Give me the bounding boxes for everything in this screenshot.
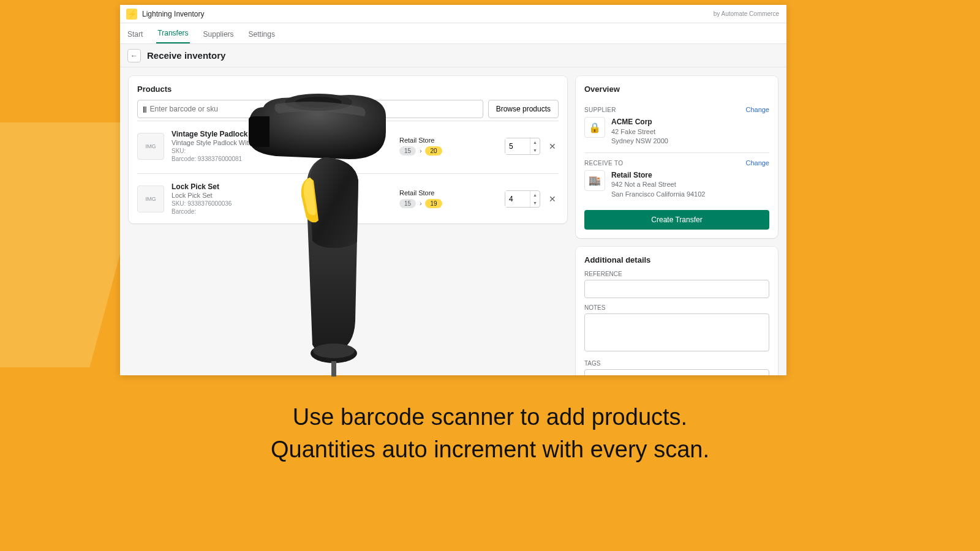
- store-icon: 🏬: [584, 170, 605, 191]
- tab-settings[interactable]: Settings: [247, 25, 276, 43]
- receive-to-name: Retail Store: [611, 170, 705, 181]
- qty-down-button[interactable]: ▼: [530, 199, 540, 207]
- app-window: ⚡ Lightning Inventory by Automate Commer…: [120, 5, 786, 375]
- back-button[interactable]: ←: [127, 49, 141, 62]
- receive-to-label: RECEIVE TO: [584, 160, 623, 167]
- tab-start[interactable]: Start: [126, 25, 144, 43]
- app-title: Lightning Inventory: [142, 10, 204, 18]
- marketing-caption: Use barcode scanner to add products. Qua…: [0, 401, 980, 466]
- tabs: Start Transfers Suppliers Settings: [120, 23, 786, 44]
- target-qty-badge: 19: [425, 199, 442, 208]
- page-title: Receive inventory: [147, 50, 225, 61]
- quantity-stepper[interactable]: ▲ ▼: [505, 138, 540, 155]
- svg-point-3: [313, 343, 355, 358]
- supplier-address-1: 42 Fake Street: [611, 127, 668, 137]
- quantity-field[interactable]: [505, 191, 530, 207]
- qty-up-button[interactable]: ▲: [530, 138, 540, 146]
- notes-label: NOTES: [584, 304, 769, 311]
- target-qty-badge: 20: [425, 146, 442, 156]
- lock-icon: 🔒: [584, 117, 605, 138]
- remove-product-button[interactable]: ✕: [546, 141, 559, 151]
- barcode-icon: |||: [143, 105, 146, 113]
- tags-input[interactable]: [584, 369, 769, 375]
- product-thumbnail: IMG: [137, 186, 164, 212]
- product-thumbnail: IMG: [137, 133, 164, 160]
- tags-label: TAGS: [584, 360, 769, 367]
- tab-transfers[interactable]: Transfers: [156, 24, 189, 43]
- notes-input[interactable]: [584, 313, 769, 351]
- change-supplier-link[interactable]: Change: [745, 106, 769, 113]
- reference-label: REFERENCE: [584, 271, 769, 277]
- quantity-field[interactable]: [505, 138, 530, 154]
- receive-to-address-2: San Francisco California 94102: [611, 190, 705, 199]
- change-receive-to-link[interactable]: Change: [745, 159, 769, 167]
- browse-products-button[interactable]: Browse products: [488, 100, 559, 118]
- qty-up-button[interactable]: ▲: [530, 191, 540, 199]
- reference-input[interactable]: [584, 280, 769, 298]
- overview-title: Overview: [584, 84, 769, 94]
- receive-to-address-1: 942 Not a Real Street: [611, 180, 705, 189]
- tab-suppliers[interactable]: Suppliers: [202, 25, 235, 43]
- topbar: ⚡ Lightning Inventory by Automate Commer…: [120, 5, 786, 23]
- byline: by Automate Commerce: [714, 10, 779, 17]
- supplier-label: SUPPLIER: [584, 107, 616, 113]
- details-title: Additional details: [584, 255, 769, 264]
- create-transfer-button[interactable]: Create Transfer: [584, 210, 769, 230]
- supplier-name: ACME Corp: [611, 117, 668, 127]
- qty-down-button[interactable]: ▼: [530, 146, 540, 154]
- remove-product-button[interactable]: ✕: [546, 194, 559, 204]
- overview-card: Overview SUPPLIER Change 🔒 ACME Corp 42 …: [576, 76, 778, 238]
- quantity-stepper[interactable]: ▲ ▼: [505, 190, 540, 208]
- barcode-scanner-image: [245, 89, 423, 377]
- supplier-address-2: Sydney NSW 2000: [611, 137, 668, 146]
- page-header: ← Receive inventory: [120, 44, 786, 67]
- app-logo-icon: ⚡: [126, 9, 137, 20]
- additional-details-card: Additional details REFERENCE NOTES TAGS: [576, 247, 778, 375]
